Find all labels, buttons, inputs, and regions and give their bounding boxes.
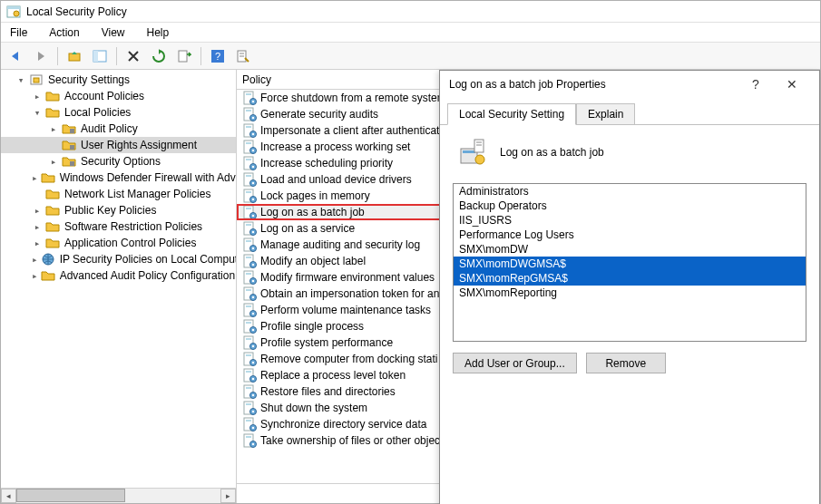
menu-action[interactable]: Action [45,24,83,41]
svg-rect-108 [474,140,484,152]
tree-root[interactable]: ▾ Security Settings [1,72,236,88]
folder-icon [45,236,60,250]
user-right-icon [242,221,257,236]
tree-item-acp[interactable]: ▸Application Control Policies [1,235,236,251]
scroll-track[interactable] [16,489,220,503]
tab-local-security-setting[interactable]: Local Security Setting [447,103,576,125]
folder-icon [45,219,60,234]
toolbar-separator [200,47,201,65]
dialog-close-button[interactable]: ✕ [774,77,810,92]
panes-icon [93,49,107,63]
tab-explain[interactable]: Explain [576,103,635,124]
properties-button[interactable] [232,45,254,67]
tree-item-nlmp[interactable]: Network List Manager Policies [1,186,236,202]
tree-label: Application Control Policies [63,237,198,249]
remove-button[interactable]: Remove [586,353,666,373]
expand-icon[interactable]: ▸ [32,270,38,282]
expand-icon[interactable]: ▸ [48,123,59,135]
back-button[interactable] [5,45,26,67]
arrow-left-icon [8,49,23,63]
user-list-item[interactable]: SMX\momRepGMSA$ [454,271,806,286]
help-icon: ? [210,49,225,63]
svg-rect-49 [252,215,254,217]
expand-icon[interactable]: ▸ [32,172,38,184]
window-title: Local Security Policy [26,5,127,18]
svg-rect-25 [252,117,254,119]
user-list-item[interactable]: SMX\momDWGMSA$ [454,257,806,271]
scroll-right-button[interactable]: ▸ [220,489,236,503]
svg-rect-85 [252,362,254,363]
user-list-item[interactable]: SMX\momDW [454,242,806,257]
tree-item-pkp[interactable]: ▸Public Key Policies [1,202,236,218]
expand-icon[interactable]: ▸ [32,205,43,217]
user-list-item[interactable]: IIS_IUSRS [454,213,806,228]
expand-icon[interactable]: ▸ [32,221,43,233]
expand-icon[interactable]: ▸ [32,91,43,102]
delete-icon [126,49,141,63]
tree-item-ipsec[interactable]: ▸IP Security Policies on Local Computer [1,251,236,267]
policy-label: Perform volume maintenance tasks [260,304,431,316]
help-button[interactable]: ? [207,45,229,67]
tree-item-srp[interactable]: ▸Software Restriction Policies [1,218,236,235]
svg-rect-95 [246,403,251,405]
svg-rect-1 [7,6,20,9]
tree-item-wdfa[interactable]: ▸Windows Defender Firewall with Advan [1,170,236,186]
add-user-group-button[interactable]: Add User or Group... [453,353,577,373]
svg-text:?: ? [215,51,220,62]
tree-item-audit[interactable]: ▸Audit Policy [1,121,236,137]
svg-rect-97 [252,411,254,412]
tree-horizontal-scrollbar[interactable]: ◂ ▸ [1,488,236,503]
dialog-help-button[interactable]: ? [738,77,774,92]
forward-button[interactable] [30,45,52,67]
user-list-item[interactable]: Administrators [454,184,806,199]
svg-rect-41 [252,182,254,184]
user-list-item[interactable]: Performance Log Users [454,228,806,242]
collapse-icon[interactable]: ▾ [32,107,43,119]
navigation-tree[interactable]: ▾ Security Settings ▸Account Policies▾Lo… [1,70,236,488]
svg-rect-101 [252,427,254,429]
menu-help[interactable]: Help [143,24,173,41]
tree-item-ura[interactable]: User Rights Assignment [1,137,236,153]
policy-label: Force shutdown from a remote system [260,92,446,104]
refresh-button[interactable] [148,45,170,67]
policy-label: Log on as a batch job [260,206,365,218]
user-list-item[interactable]: Backup Operators [454,199,806,213]
svg-rect-45 [252,199,254,200]
svg-rect-33 [252,150,254,151]
up-button[interactable] [64,45,85,67]
expand-icon[interactable]: ▸ [32,237,43,249]
user-list-item[interactable]: SMX\momReporting [454,286,806,300]
scroll-left-button[interactable]: ◂ [1,489,16,503]
svg-rect-16 [70,161,74,166]
user-right-icon [242,303,257,317]
export-button[interactable] [173,45,195,67]
svg-rect-63 [246,273,251,275]
delete-button[interactable] [122,45,144,67]
tree-label: IP Security Policies on Local Computer [58,253,236,266]
svg-rect-65 [252,280,254,282]
user-group-listbox[interactable]: AdministratorsBackup OperatorsIIS_IUSRSP… [453,183,806,342]
collapse-icon[interactable]: ▾ [15,74,26,86]
window-titlebar: Local Security Policy [1,1,820,23]
toolbar-separator [57,47,58,65]
svg-rect-99 [246,420,251,422]
dialog-titlebar[interactable]: Log on as a batch job Properties ? ✕ [440,71,819,98]
tree-item-account[interactable]: ▸Account Policies [1,88,236,104]
svg-rect-5 [93,51,98,62]
expand-icon[interactable]: ▸ [32,254,38,266]
policy-label: Obtain an impersonation token for an [260,287,439,300]
scroll-thumb[interactable] [16,489,125,502]
policy-label: Manage auditing and security log [260,238,420,251]
policy-label: Synchronize directory service data [260,418,426,431]
refresh-icon [151,49,166,63]
expand-icon[interactable]: ▸ [48,156,59,168]
tree-item-aapc[interactable]: ▸Advanced Audit Policy Configuration [1,267,236,284]
menu-view[interactable]: View [98,24,129,41]
svg-rect-39 [246,175,251,177]
show-hide-tree-button[interactable] [89,45,111,67]
toolbar-separator [116,47,117,65]
menu-file[interactable]: File [6,24,31,41]
tree-item-secopt[interactable]: ▸Security Options [1,153,236,170]
user-right-icon [242,91,257,105]
tree-item-local[interactable]: ▾Local Policies [1,104,236,121]
